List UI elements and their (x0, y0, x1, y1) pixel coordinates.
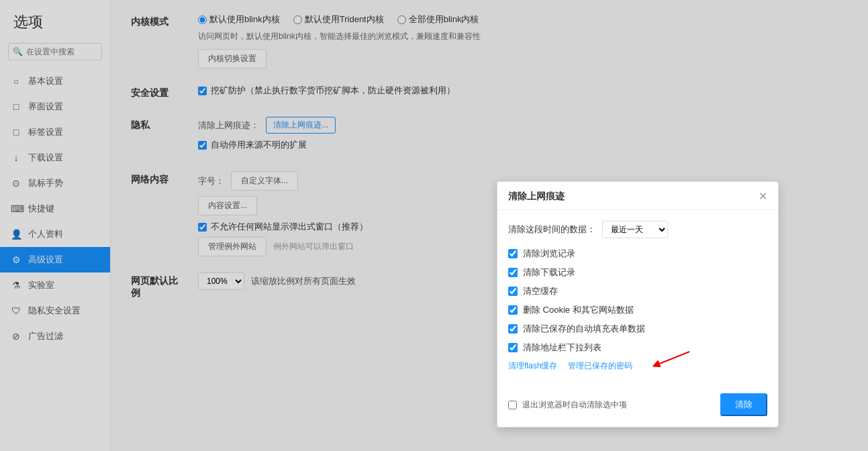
sidebar-item-label: 标签设置 (28, 126, 63, 138)
sidebar-item-privacy-security[interactable]: 🛡 隐私安全设置 (0, 298, 110, 323)
sidebar-item-label: 高级设置 (28, 254, 63, 266)
tabs-icon: □ (11, 127, 21, 138)
search-box: 🔍 (8, 43, 102, 60)
checkbox-download-history[interactable]: 清除下载记录 (508, 266, 767, 279)
kernel-radio-group: 默认使用blink内核 默认使用Trident内核 全部使用blink内核 (198, 13, 848, 26)
flash-cache-link[interactable]: 清理flash缓存 (508, 360, 557, 372)
app-title: 选项 (0, 0, 110, 43)
advanced-icon: ⚙ (11, 254, 21, 265)
kernel-radio-blink-default[interactable]: 默认使用blink内核 (198, 13, 280, 26)
sidebar-item-tabs[interactable]: □ 标签设置 (0, 119, 110, 145)
dialog-header: 清除上网痕迹 ✕ (497, 182, 778, 210)
kernel-desc: 访问网页时，默认使用blink内核，智能选择最佳的浏览模式，兼顾速度和兼容性 (198, 31, 848, 42)
checkbox-address-bar[interactable]: 清除地址栏下拉列表 (508, 342, 767, 354)
dialog-links: 清理flash缓存 管理已保存的密码 (508, 360, 767, 372)
download-icon: ↓ (11, 152, 21, 163)
sidebar-item-shortcut[interactable]: ⌨ 快捷键 (0, 196, 110, 221)
sidebar-item-profile[interactable]: 👤 个人资料 (0, 221, 110, 247)
sidebar-item-ad-filter[interactable]: ⊘ 广告过滤 (0, 323, 110, 349)
auto-clear-checkbox[interactable]: 退出浏览器时自动清除选中项 (508, 399, 627, 411)
clear-traces-button[interactable]: 清除上网痕迹... (266, 117, 336, 134)
kernel-switch-button[interactable]: 内核切换设置 (198, 49, 267, 68)
zoom-label: 网页默认比例 (131, 272, 185, 299)
zoom-desc: 该缩放比例对所有页面生效 (251, 275, 356, 287)
kernel-section: 内核模式 默认使用blink内核 默认使用Trident内核 全部使用blink… (131, 13, 848, 68)
ad-filter-icon: ⊘ (11, 331, 21, 342)
network-label: 网络内容 (131, 171, 185, 186)
sidebar-item-interface[interactable]: □ 界面设置 (0, 94, 110, 119)
dialog-body: 清除这段时间的数据： 最近一天 最近一周 最近一个月 全部 清除浏览记录 清除下… (497, 210, 778, 393)
kernel-radio-blink-all[interactable]: 全部使用blink内核 (397, 13, 479, 26)
interface-icon: □ (11, 101, 21, 112)
privacy-section: 隐私 清除上网痕迹： 清除上网痕迹... 自动停用来源不明的扩展 (131, 117, 848, 155)
security-content: 挖矿防护（禁止执行数字货币挖矿脚本，防止硬件资源被利用） (198, 85, 848, 101)
custom-font-button[interactable]: 自定义字体... (231, 171, 298, 191)
dialog-footer: 退出浏览器时自动清除选中项 清除 (497, 393, 778, 427)
font-label: 字号： (198, 175, 224, 187)
privacy-label: 隐私 (131, 117, 185, 132)
sidebar-item-mouse[interactable]: ⊙ 鼠标手势 (0, 170, 110, 196)
sidebar-item-label: 实验室 (28, 279, 54, 291)
sidebar-item-advanced[interactable]: ⚙ 高级设置 (0, 247, 110, 272)
search-icon: 🔍 (13, 47, 23, 56)
mining-protection-checkbox[interactable]: 挖矿防护（禁止执行数字货币挖矿脚本，防止硬件资源被利用） (198, 85, 848, 97)
checkbox-cache[interactable]: 清空缓存 (508, 285, 767, 297)
sidebar-item-lab[interactable]: ⚗ 实验室 (0, 272, 110, 298)
security-section: 安全设置 挖矿防护（禁止执行数字货币挖矿脚本，防止硬件资源被利用） (131, 85, 848, 101)
dialog-title: 清除上网痕迹 (508, 191, 565, 203)
kernel-radio-trident-default[interactable]: 默认使用Trident内核 (293, 13, 384, 26)
clear-traces-label: 清除上网痕迹： (198, 119, 259, 132)
clear-traces-dialog: 清除上网痕迹 ✕ 清除这段时间的数据： 最近一天 最近一周 最近一个月 全部 清… (497, 181, 779, 428)
sidebar-item-download[interactable]: ↓ 下载设置 (0, 145, 110, 170)
saved-password-link[interactable]: 管理已保存的密码 (568, 360, 632, 372)
kernel-label: 内核模式 (131, 13, 185, 28)
mouse-icon: ⊙ (11, 178, 21, 189)
sidebar-item-basic[interactable]: ○ 基本设置 (0, 68, 110, 94)
dialog-close-button[interactable]: ✕ (759, 190, 767, 203)
clear-traces-row: 清除上网痕迹： 清除上网痕迹... (198, 117, 848, 134)
profile-icon: 👤 (11, 229, 21, 240)
manage-exception-button[interactable]: 管理例外网站 (198, 237, 267, 256)
sidebar-item-label: 鼠标手势 (28, 177, 63, 189)
checkbox-cookies[interactable]: 删除 Cookie 和其它网站数据 (508, 304, 767, 316)
lab-icon: ⚗ (11, 280, 21, 291)
time-label: 清除这段时间的数据： (508, 223, 595, 236)
security-label: 安全设置 (131, 85, 185, 99)
zoom-select[interactable]: 100% (198, 272, 244, 290)
sidebar-nav: ○ 基本设置 □ 界面设置 □ 标签设置 ↓ 下载设置 ⊙ 鼠标手势 ⌨ 快捷键… (0, 68, 110, 349)
mining-protection-label: 挖矿防护（禁止执行数字货币挖矿脚本，防止硬件资源被利用） (211, 85, 455, 97)
popup-block-label: 不允许任何网站显示弹出式窗口（推荐） (211, 221, 368, 233)
auto-disable-label: 自动停用来源不明的扩展 (211, 139, 307, 151)
sidebar-item-label: 个人资料 (28, 228, 63, 240)
checkbox-autofill[interactable]: 清除已保存的自动填充表单数据 (508, 323, 767, 335)
auto-disable-extension-checkbox[interactable]: 自动停用来源不明的扩展 (198, 139, 848, 151)
sidebar-item-label: 快捷键 (28, 203, 54, 215)
sidebar-item-label: 广告过滤 (28, 330, 63, 342)
sidebar-item-label: 基本设置 (28, 75, 63, 87)
clear-button[interactable]: 清除 (720, 393, 767, 416)
time-select[interactable]: 最近一天 最近一周 最近一个月 全部 (602, 221, 668, 238)
sidebar-item-label: 隐私安全设置 (28, 305, 81, 317)
shortcut-icon: ⌨ (11, 203, 21, 214)
sidebar-item-label: 界面设置 (28, 101, 63, 113)
privacy-security-icon: 🛡 (11, 305, 21, 316)
time-row: 清除这段时间的数据： 最近一天 最近一周 最近一个月 全部 (508, 221, 767, 238)
manage-exception-desc: 例外网站可以弹出窗口 (273, 241, 354, 252)
basic-icon: ○ (11, 76, 21, 87)
sidebar: 选项 🔍 ○ 基本设置 □ 界面设置 □ 标签设置 ↓ 下载设置 ⊙ 鼠标手势 … (0, 0, 111, 451)
content-settings-button[interactable]: 内容设置... (198, 196, 257, 215)
kernel-content: 默认使用blink内核 默认使用Trident内核 全部使用blink内核 访问… (198, 13, 848, 68)
checkbox-browse-history[interactable]: 清除浏览记录 (508, 248, 767, 260)
privacy-content: 清除上网痕迹： 清除上网痕迹... 自动停用来源不明的扩展 (198, 117, 848, 155)
sidebar-item-label: 下载设置 (28, 152, 63, 164)
